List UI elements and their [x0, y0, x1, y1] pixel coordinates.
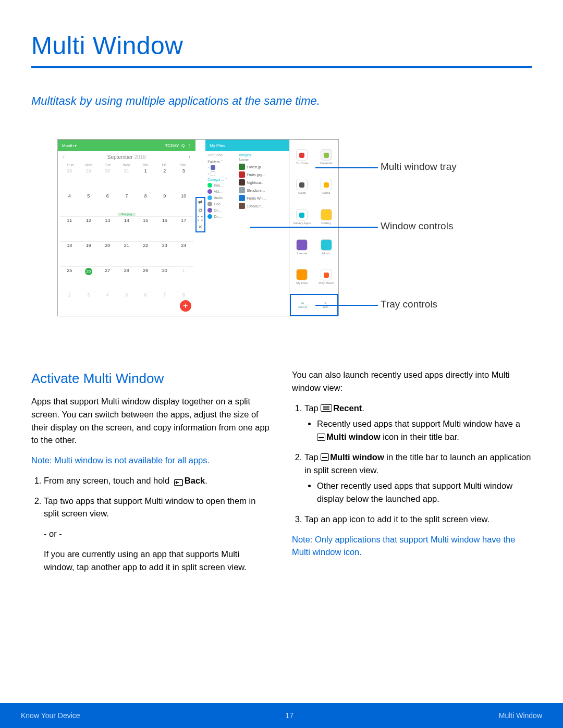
- images-tab: Images: [239, 153, 288, 157]
- calendar-month: September: [107, 154, 133, 160]
- folders-label: Folders: [207, 160, 219, 164]
- edit-icon: ✎: [324, 301, 327, 305]
- next-month-icon: ›: [189, 155, 190, 159]
- calendar-add-icon: +: [180, 300, 191, 312]
- multi-window-tray: YouTubeCalendarClockEmailGalaxy AppsGall…: [290, 140, 338, 294]
- page-subtitle: Multitask by using multiple applications…: [31, 94, 532, 108]
- page-title: Multi Window: [31, 31, 532, 60]
- calendar-today-label: TODAY: [165, 143, 179, 148]
- copy-icon: ⧉: [199, 207, 202, 214]
- dow-label: Tue: [99, 163, 117, 167]
- intro-text: Apps that support Multi window display t…: [31, 395, 271, 447]
- callout-tray: Multi window tray: [381, 161, 457, 172]
- cat-item: Do…: [214, 215, 222, 218]
- create-icon: ⊞: [301, 301, 304, 305]
- step-item: Tap Recent. Recently used apps that supp…: [304, 402, 532, 443]
- tray-app: My Files: [290, 262, 314, 292]
- file-item: 1966817…: [247, 204, 264, 208]
- note-text: Note: Multi window is not available for …: [31, 454, 271, 467]
- footer-page-number: 17: [80, 711, 499, 720]
- title-divider: [31, 66, 532, 68]
- file-item: Structure…: [247, 189, 265, 192]
- categories-label: Categor…: [207, 178, 224, 181]
- step-item: Tap two apps that support Multi window t…: [44, 495, 271, 521]
- cat-item: Audio: [214, 196, 223, 200]
- right-intro: You can also launch recently used apps d…: [292, 368, 532, 394]
- drag-hint: Drag and…: [207, 153, 236, 157]
- footer-left: Know Your Device: [21, 711, 80, 720]
- tray-app: Music: [314, 232, 338, 262]
- callout-controls: Window controls: [381, 220, 453, 232]
- tray-app: Internet: [290, 232, 314, 262]
- tray-app: Email: [314, 172, 338, 202]
- calendar-year: 2016: [134, 154, 146, 160]
- or-text: If you are currently using an app that s…: [31, 548, 271, 574]
- recent-icon: [321, 404, 332, 412]
- cat-item: Vid…: [214, 190, 223, 193]
- step-item: From any screen, touch and hold Back.: [44, 474, 271, 487]
- file-item: Forest.jp…: [247, 165, 264, 169]
- file-item: Nightsca…: [247, 181, 264, 184]
- step-item: Tap Multi window in the title bar to lau…: [304, 451, 532, 505]
- section-heading: Activate Multi Window: [31, 368, 271, 389]
- multi-window-icon: [321, 453, 329, 461]
- dow-label: Wed: [117, 163, 136, 167]
- page-footer: Know Your Device 17 Multi Window: [0, 703, 563, 728]
- footer-right: Multi Window: [499, 711, 542, 720]
- dow-label: Fri: [155, 163, 174, 167]
- callout-tray-controls: Tray controls: [381, 299, 437, 310]
- back-icon: [172, 477, 183, 484]
- calendar-view-label: Month: [62, 143, 74, 148]
- multi-window-icon: [317, 434, 325, 441]
- note-text: Note: Only applications that support Mul…: [292, 533, 532, 559]
- window-controls-group: ⇄ ⧉ ⛶ ✕: [195, 197, 206, 232]
- dow-label: Sun: [61, 163, 80, 167]
- tray-app: YouTube: [290, 142, 314, 172]
- or-label: - or -: [31, 527, 271, 540]
- bullet-item: Other recently used apps that support Mu…: [317, 479, 532, 505]
- files-title: My Files: [210, 143, 225, 148]
- calendar-event: Shopping: [118, 213, 136, 216]
- dow-label: Thu: [136, 163, 155, 167]
- file-item: Ferris Wh…: [247, 196, 266, 200]
- cat-item: Do…: [214, 208, 222, 212]
- name-header: Name: [239, 158, 288, 162]
- prev-month-icon: ‹: [63, 155, 65, 159]
- step-item: Tap an app icon to add it to the split s…: [304, 513, 532, 526]
- dow-label: Mon: [80, 163, 99, 167]
- swap-icon: ⇄: [198, 199, 202, 206]
- close-icon: ✕: [198, 224, 202, 231]
- file-item: Fruits.jpg…: [247, 173, 265, 177]
- device-illustration: Month ▾ TODAY Q ⋮ ‹ September 2016 › Sun…: [57, 139, 339, 316]
- cat-item: Doc…: [214, 202, 224, 206]
- tray-app: Clock: [290, 172, 314, 202]
- tray-create-label: Create: [298, 305, 307, 309]
- bullet-item: Recently used apps that support Multi wi…: [317, 417, 532, 443]
- dow-label: Sat: [174, 163, 192, 167]
- fullscreen-icon: ⛶: [198, 216, 203, 223]
- cat-item: Ima…: [214, 183, 224, 187]
- tray-app: Play Music: [314, 262, 338, 292]
